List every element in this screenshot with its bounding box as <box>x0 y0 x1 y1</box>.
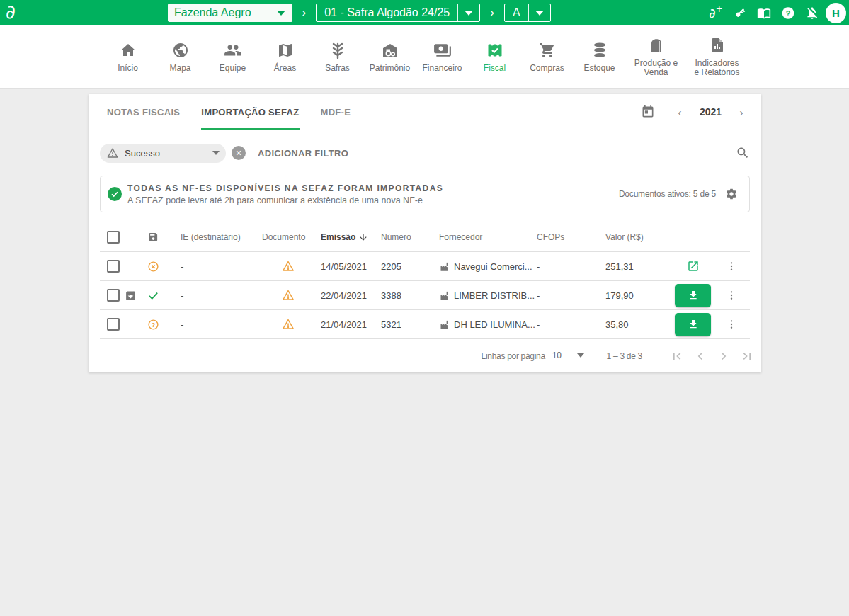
pagination: Linhas por página 10 1 – 3 de 3 <box>89 339 761 372</box>
chevron-down-icon[interactable] <box>457 4 479 21</box>
warning-icon[interactable] <box>261 289 319 302</box>
add-filter-button[interactable]: ADICIONAR FILTRO <box>258 148 348 159</box>
invite-user-icon[interactable]: ∂+ <box>709 5 723 21</box>
wheat-icon <box>330 41 346 59</box>
money-icon <box>433 41 452 59</box>
account-selector[interactable]: A <box>504 4 551 22</box>
next-year-icon[interactable]: › <box>733 106 750 118</box>
col-ie[interactable]: IE (destinatário) <box>166 232 261 242</box>
nav-item-indicadores[interactable]: Indicadores e Relatórios <box>687 36 748 77</box>
row-checkbox[interactable] <box>107 260 120 273</box>
download-button[interactable] <box>675 284 711 307</box>
banner-text: TODAS AS NF-ES DISPONÍVEIS NA SEFAZ FORA… <box>127 183 603 205</box>
last-page-icon[interactable] <box>740 349 754 363</box>
first-page-icon[interactable] <box>670 349 684 363</box>
cell-emissao: 21/04/2021 <box>319 319 380 330</box>
banner-subtitle: A SEFAZ pode levar até 2h para comunicar… <box>127 195 603 205</box>
warning-icon[interactable] <box>261 260 319 273</box>
col-valor[interactable]: Valor (R$) <box>604 232 673 242</box>
svg-text:?: ? <box>151 321 154 328</box>
select-all-checkbox[interactable] <box>107 231 120 244</box>
main-nav: Início Mapa Equipe Áreas Safras Patrimôn… <box>0 25 849 89</box>
tab-notas-fiscais[interactable]: NOTAS FISCAIS <box>107 94 180 130</box>
nav-item-areas[interactable]: Áreas <box>259 41 312 73</box>
nav-item-inicio[interactable]: Início <box>102 41 154 73</box>
row-checkbox[interactable] <box>107 289 120 302</box>
filter-chip-sucesso[interactable]: Sucesso <box>100 144 226 163</box>
chevron-down-icon[interactable] <box>270 4 292 21</box>
factory-icon <box>439 261 450 272</box>
key-icon[interactable] <box>733 5 747 21</box>
open-in-new-button[interactable] <box>687 260 700 273</box>
nav-item-equipe[interactable]: Equipe <box>207 41 259 73</box>
cell-emissao: 14/05/2021 <box>319 261 380 272</box>
nav-item-patrimonio[interactable]: Patrimônio <box>364 41 416 73</box>
filter-bar: Sucesso ✕ ADICIONAR FILTRO <box>89 130 761 176</box>
nav-item-safras[interactable]: Safras <box>312 41 364 73</box>
avatar[interactable]: H <box>826 3 846 23</box>
table-row: - 22/04/2021 3388 LIMBER DISTRIB... - 17… <box>100 281 750 310</box>
import-status-banner: TODAS AS NF-ES DISPONÍVEIS NA SEFAZ FORA… <box>100 176 750 212</box>
cell-fornecedor: DH LED ILUMINA... <box>454 319 535 330</box>
save-icon <box>139 232 166 242</box>
warning-icon <box>107 147 118 159</box>
cell-numero: 3388 <box>380 290 438 301</box>
col-fornecedor[interactable]: Fornecedor <box>438 232 535 242</box>
prev-page-icon[interactable] <box>693 349 707 363</box>
year-value: 2021 <box>688 106 733 118</box>
prev-year-icon[interactable]: ‹ <box>671 106 688 118</box>
col-emissao[interactable]: Emissão <box>319 232 380 242</box>
cell-cfops: - <box>535 290 604 301</box>
notifications-off-icon[interactable] <box>805 5 819 21</box>
calendar-icon[interactable] <box>641 105 655 119</box>
nav-item-financeiro[interactable]: Financeiro <box>416 41 469 73</box>
nav-item-fiscal[interactable]: Fiscal <box>469 41 521 73</box>
nav-item-producao-venda[interactable]: Produção e Venda <box>626 36 687 77</box>
chevron-down-icon[interactable] <box>212 151 220 155</box>
map-icon <box>277 41 294 59</box>
tab-importacao-sefaz[interactable]: IMPORTAÇÃO SEFAZ <box>201 94 299 130</box>
nav-item-estoque[interactable]: Estoque <box>574 41 626 73</box>
cell-emissao: 22/04/2021 <box>319 290 380 301</box>
row-checkbox[interactable] <box>107 318 120 331</box>
kebab-menu-icon[interactable] <box>726 319 737 330</box>
success-check-icon <box>108 187 122 201</box>
svg-text:?: ? <box>786 8 791 17</box>
check-icon <box>139 290 166 302</box>
chevron-down-icon <box>577 353 584 358</box>
download-button[interactable] <box>675 313 711 336</box>
table-row: ? - 21/04/2021 5321 DH LED ILUMINA... - … <box>100 310 750 339</box>
cell-numero: 5321 <box>380 319 438 330</box>
tab-mdfe[interactable]: MDF-E <box>321 94 351 130</box>
receipt-check-icon <box>486 41 504 59</box>
nav-item-compras[interactable]: Compras <box>521 41 574 73</box>
cell-numero: 2205 <box>380 261 438 272</box>
farm-selector[interactable]: Fazenda Aegro <box>168 4 292 22</box>
rows-per-page-select[interactable]: 10 <box>551 348 588 363</box>
book-icon[interactable] <box>757 5 771 21</box>
clear-filter-icon[interactable]: ✕ <box>232 146 246 160</box>
help-icon[interactable]: ? <box>781 5 795 21</box>
table-header-row: IE (destinatário) Documento Emissão Núme… <box>100 222 750 252</box>
cart-icon <box>539 41 556 59</box>
stack-icon <box>591 41 609 59</box>
sort-desc-icon <box>358 232 368 242</box>
farm-selector-label: Fazenda Aegro <box>169 4 270 21</box>
chevron-down-icon[interactable] <box>528 4 550 21</box>
next-page-icon[interactable] <box>717 349 731 363</box>
kebab-menu-icon[interactable] <box>726 290 737 301</box>
search-icon[interactable] <box>736 146 750 160</box>
kebab-menu-icon[interactable] <box>726 261 737 272</box>
account-selector-label: A <box>505 4 528 21</box>
col-numero[interactable]: Número <box>380 232 438 242</box>
cell-ie: - <box>166 261 261 272</box>
col-documento[interactable]: Documento <box>261 232 319 242</box>
nav-item-mapa[interactable]: Mapa <box>154 41 207 73</box>
breadcrumb: Fazenda Aegro › 01 - Safra Algodão 24/25… <box>168 4 551 22</box>
season-selector[interactable]: 01 - Safra Algodão 24/25 <box>316 4 480 22</box>
gear-icon[interactable] <box>725 188 738 200</box>
banner-title: TODAS AS NF-ES DISPONÍVEIS NA SEFAZ FORA… <box>127 183 603 193</box>
col-cfops[interactable]: CFOPs <box>535 232 604 242</box>
breadcrumb-separator: › <box>490 6 494 20</box>
warning-icon[interactable] <box>261 318 319 331</box>
